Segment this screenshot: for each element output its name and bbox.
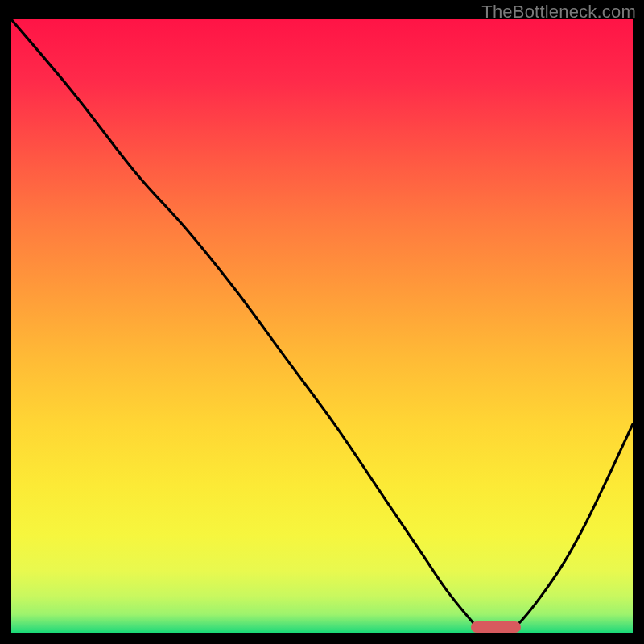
chart-frame: [11, 19, 633, 633]
optimal-range-marker: [471, 621, 521, 633]
curve-svg: [11, 19, 633, 633]
plot-area: [11, 19, 633, 633]
bottleneck-curve: [11, 19, 633, 633]
